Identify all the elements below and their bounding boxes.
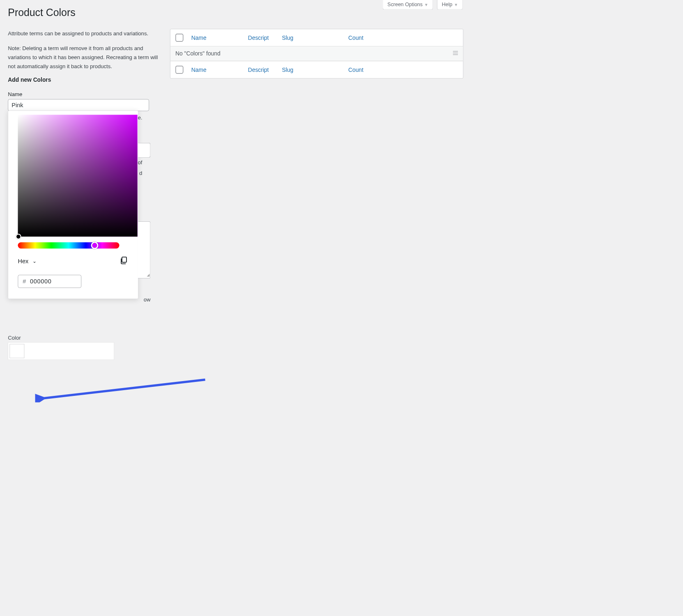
table-empty-row: No "Colors" found [170, 46, 463, 61]
edge-text-e: e. [138, 115, 142, 121]
name-label: Name [8, 91, 158, 97]
col-header-count[interactable]: Count [348, 34, 388, 41]
svg-rect-2 [453, 53, 458, 53]
color-field-label: Color [8, 335, 158, 341]
empty-message: No "Colors" found [175, 51, 221, 57]
terms-table: Name Descript Slug Count No "Colors" fou… [170, 29, 463, 78]
hue-slider[interactable] [18, 242, 119, 248]
chevron-down-icon: ▼ [424, 2, 428, 7]
intro-text: Attribute terms can be assigned to produ… [8, 29, 158, 71]
color-format-label: Hex [18, 258, 28, 265]
chevron-down-icon: ▼ [454, 2, 458, 7]
table-footer-row: Name Descript Slug Count [170, 61, 463, 78]
edge-text-of: of [138, 160, 142, 166]
chevron-down-icon: ⌄ [32, 258, 37, 264]
color-picker-panel: e. of d ow Hex ⌄ [8, 110, 138, 299]
col-header-name[interactable]: Name [191, 34, 248, 41]
color-format-select[interactable]: Hex ⌄ [18, 258, 37, 265]
col-header-description[interactable]: Descript [248, 34, 282, 41]
screen-options-label: Screen Options [387, 2, 423, 7]
intro-p1: Attribute terms can be assigned to produ… [8, 29, 158, 38]
table-header-row: Name Descript Slug Count [170, 29, 463, 46]
edge-text-d: d [139, 170, 142, 177]
slug-input-peek[interactable] [138, 143, 150, 158]
select-all-checkbox-footer[interactable] [175, 66, 183, 74]
col-footer-slug[interactable]: Slug [282, 67, 348, 73]
hex-input[interactable]: # [18, 275, 81, 288]
description-textarea-peek[interactable] [138, 221, 150, 278]
screen-options-button[interactable]: Screen Options ▼ [383, 0, 433, 9]
annotation-arrow-icon [35, 378, 212, 402]
color-swatch-container [8, 342, 114, 360]
resize-grip-icon[interactable] [147, 274, 151, 278]
hex-value-field[interactable] [30, 278, 70, 285]
add-new-heading: Add new Colors [8, 77, 158, 83]
saturation-area[interactable] [18, 115, 137, 237]
help-button[interactable]: Help ▼ [437, 0, 463, 9]
help-label: Help [442, 2, 453, 7]
menu-icon[interactable] [453, 51, 458, 57]
saturation-picker-handle[interactable] [16, 234, 21, 240]
svg-line-4 [42, 380, 205, 399]
select-all-checkbox[interactable] [175, 34, 183, 41]
name-input[interactable] [8, 99, 149, 111]
hash-symbol: # [23, 278, 26, 285]
hue-slider-handle[interactable] [91, 242, 98, 249]
col-header-slug[interactable]: Slug [282, 34, 348, 41]
color-swatch[interactable] [9, 344, 24, 359]
svg-rect-1 [453, 51, 458, 51]
col-footer-count[interactable]: Count [348, 67, 388, 73]
svg-rect-3 [453, 54, 458, 55]
copy-icon[interactable] [119, 256, 128, 267]
intro-p2: Note: Deleting a term will remove it fro… [8, 44, 158, 71]
col-footer-description[interactable]: Descript [248, 67, 282, 73]
top-tab-buttons: Screen Options ▼ Help ▼ [383, 0, 463, 9]
edge-text-ow: ow [144, 297, 151, 303]
svg-rect-0 [122, 257, 126, 262]
col-footer-name[interactable]: Name [191, 67, 248, 73]
